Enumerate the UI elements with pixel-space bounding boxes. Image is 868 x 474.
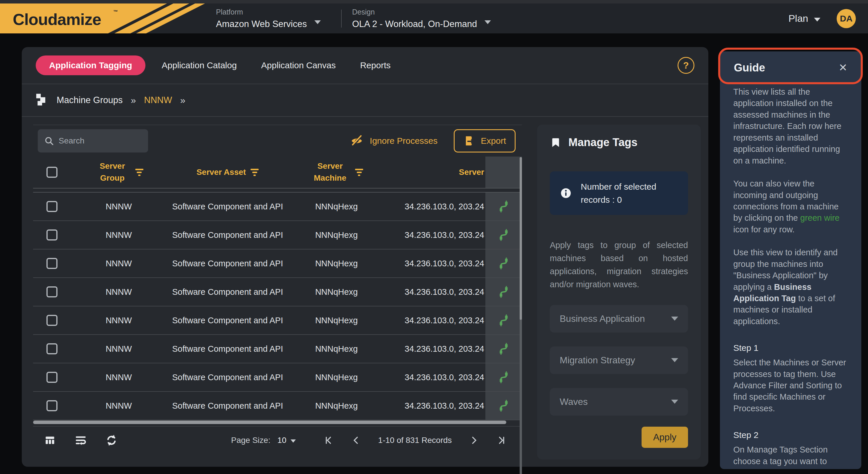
table-row: NNNWSoftware Component and APINNNqHexg34… <box>33 335 522 363</box>
user-avatar[interactable]: DA <box>837 9 856 28</box>
column-server-group: Server Group <box>94 160 131 184</box>
processes-table: Ignore Processes Export <box>33 125 522 454</box>
platform-label: Platform <box>216 8 307 16</box>
last-page-button[interactable] <box>496 435 506 446</box>
cell-server-machine: NNNqHexg <box>288 221 384 249</box>
svg-text:™: ™ <box>113 9 118 14</box>
manage-tags-description: Apply tags to group of selected machines… <box>550 239 688 291</box>
business-application-dropdown[interactable]: Business Application <box>550 305 688 332</box>
filter-icon[interactable] <box>135 169 144 176</box>
filter-icon[interactable] <box>355 169 363 176</box>
row-checkbox[interactable] <box>46 400 58 411</box>
row-checkbox[interactable] <box>46 343 58 354</box>
cell-server-asset: Software Component and API <box>167 249 288 277</box>
tab-reports[interactable]: Reports <box>348 60 403 70</box>
breadcrumb-current-group[interactable]: NNNW <box>144 95 172 106</box>
dropdown-placeholder: Business Application <box>560 314 645 324</box>
wire-connections-icon[interactable] <box>497 229 510 241</box>
wire-connections-icon[interactable] <box>497 399 510 412</box>
cloudamize-logo: Cloudamize ™ <box>0 3 206 33</box>
export-icon <box>463 135 475 147</box>
search-icon <box>44 136 54 146</box>
row-checkbox[interactable] <box>46 315 58 326</box>
close-icon[interactable]: ✕ <box>839 62 847 74</box>
svg-text:Cloudamize: Cloudamize <box>13 10 101 28</box>
columns-icon[interactable] <box>43 434 56 447</box>
cell-server-asset: Software Component and API <box>167 335 288 363</box>
wire-connections-icon[interactable] <box>497 286 510 298</box>
card-content: Ignore Processes Export <box>22 117 708 466</box>
chevron-down-icon <box>671 399 678 404</box>
cell-server-group: NNNW <box>71 363 167 391</box>
tab-application-catalog[interactable]: Application Catalog <box>150 60 249 70</box>
cell-server-machine: NNNqHexg <box>288 335 384 363</box>
cell-server-machine: NNNqHexg <box>288 306 384 334</box>
info-icon <box>560 186 572 201</box>
ignore-processes-button[interactable]: Ignore Processes <box>350 134 437 148</box>
dropdown-placeholder: Waves <box>560 396 588 407</box>
selected-records-text: Number of selected records : 0 <box>581 180 678 206</box>
manage-tags-panel: Manage Tags Number of selected records :… <box>537 125 701 460</box>
export-button[interactable]: Export <box>454 129 516 152</box>
table-row: NNNWSoftware Component and APINNNqHexg34… <box>33 221 522 249</box>
row-checkbox[interactable] <box>46 230 58 240</box>
row-checkbox[interactable] <box>46 258 58 269</box>
platform-value: Amazon Web Services <box>216 19 307 29</box>
table-header: Server Group Server Asset Server Machine <box>33 156 522 188</box>
row-checkbox[interactable] <box>46 372 58 383</box>
cell-server-ips: 34.236.103.0, 203.24 <box>384 306 485 334</box>
plan-menu[interactable]: Plan <box>788 13 820 24</box>
migration-strategy-dropdown[interactable]: Migration Strategy <box>550 347 688 374</box>
wire-connections-icon[interactable] <box>497 257 510 270</box>
machine-groups-icon <box>36 93 49 107</box>
row-checkbox[interactable] <box>46 201 58 212</box>
guide-paragraph: Use this view to identify and group the … <box>733 247 848 327</box>
wire-connections-icon[interactable] <box>497 200 510 213</box>
horizontal-scrollbar-thumb[interactable] <box>33 420 506 424</box>
breadcrumb-machine-groups[interactable]: Machine Groups <box>57 95 123 106</box>
wire-connections-icon[interactable] <box>497 371 510 384</box>
table-row: NNNWSoftware Component and APINNNqHexg34… <box>33 363 522 392</box>
select-all-checkbox[interactable] <box>46 167 58 178</box>
search-input[interactable] <box>59 136 137 146</box>
table-row: NNNWSoftware Component and APINNNqHexg34… <box>33 278 522 306</box>
tab-application-tagging[interactable]: Application Tagging <box>36 56 146 75</box>
tab-application-canvas[interactable]: Application Canvas <box>249 60 348 70</box>
plan-label: Plan <box>788 13 808 24</box>
dropdown-placeholder: Migration Strategy <box>560 355 635 366</box>
cell-server-ips: 34.236.103.0, 203.24 <box>384 335 485 363</box>
design-selector[interactable]: Design OLA 2 - Workload, On-Demand <box>352 8 491 29</box>
apply-button[interactable]: Apply <box>642 427 688 448</box>
main-card: Application Tagging Application Catalog … <box>22 47 708 467</box>
design-label: Design <box>352 8 477 16</box>
platform-selector[interactable]: Platform Amazon Web Services <box>216 8 321 29</box>
eye-off-icon <box>350 134 364 148</box>
table-body: NNNWSoftware Component and APINNNqHexg34… <box>33 192 522 420</box>
refresh-icon[interactable] <box>105 434 118 447</box>
search-box <box>38 129 148 152</box>
guide-step-heading: Step 1 <box>733 342 848 354</box>
page-size-select[interactable]: 10 <box>277 436 296 445</box>
waves-dropdown[interactable]: Waves <box>550 388 688 416</box>
wire-connections-icon[interactable] <box>497 314 510 327</box>
column-server-asset: Server Asset <box>196 167 246 178</box>
bookmark-icon <box>550 137 561 148</box>
help-icon[interactable]: ? <box>678 57 694 74</box>
cell-server-asset: Software Component and API <box>167 221 288 249</box>
first-page-button[interactable] <box>324 435 334 446</box>
cell-server-ips: 34.236.103.0, 203.24 <box>384 192 485 220</box>
filter-icon[interactable] <box>251 169 259 176</box>
row-checkbox[interactable] <box>46 286 58 297</box>
cell-server-machine: NNNqHexg <box>288 192 384 220</box>
selected-records-info: Number of selected records : 0 <box>550 171 688 215</box>
cell-server-ips: 34.236.103.0, 203.24 <box>384 392 485 420</box>
guide-header: Guide ✕ <box>720 51 861 84</box>
tabs-row: Application Tagging Application Catalog … <box>22 47 708 84</box>
wire-connections-icon[interactable] <box>497 343 510 355</box>
previous-page-button[interactable] <box>351 435 362 446</box>
vertical-scrollbar-thumb[interactable] <box>520 157 522 320</box>
cell-server-asset: Software Component and API <box>167 363 288 391</box>
wrap-text-icon[interactable] <box>74 434 87 447</box>
cell-server-asset: Software Component and API <box>167 306 288 334</box>
next-page-button[interactable] <box>469 435 479 446</box>
